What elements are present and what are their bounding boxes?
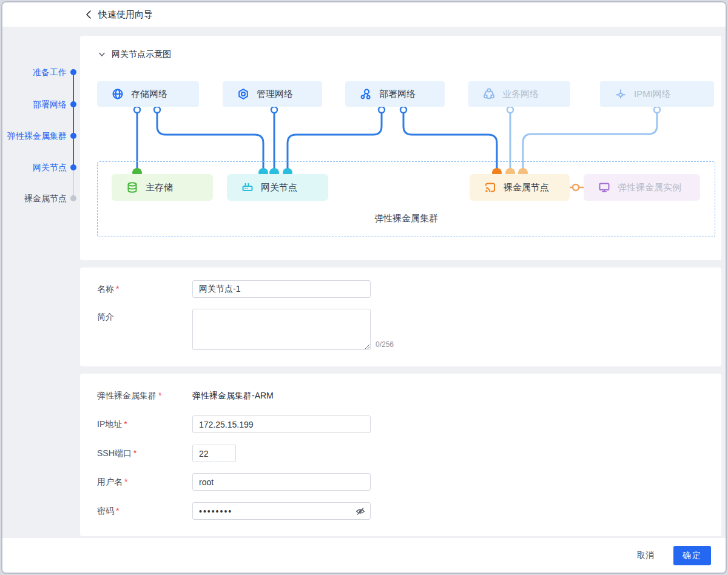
eye-off-icon[interactable]	[356, 506, 365, 516]
wizard-window: 快速使用向导 准备工作 部署网络 弹性裸金属集群 网关节点 裸金属节点 网关节点…	[1, 1, 727, 574]
cluster-label: 弹性裸金属集群	[97, 213, 715, 224]
router-icon	[241, 181, 254, 193]
wizard-stepper: 准备工作 部署网络 弹性裸金属集群 网关节点 裸金属节点	[2, 27, 80, 573]
network-box-storage[interactable]: 存储网络	[97, 81, 199, 107]
node-label: 裸金属节点	[504, 182, 549, 193]
ip-input[interactable]	[192, 415, 371, 433]
node-box-baremetal[interactable]: 裸金属节点	[470, 174, 570, 201]
page-title: 快速使用向导	[98, 9, 153, 21]
step-dot	[70, 69, 76, 75]
cluster-label: 弹性裸金属集群*	[97, 391, 192, 402]
required-asterisk: *	[158, 391, 161, 400]
name-input[interactable]	[192, 280, 371, 298]
ssh-port-input[interactable]	[192, 445, 236, 462]
network-label: 管理网络	[257, 89, 293, 100]
back-chevron-icon[interactable]	[84, 10, 93, 19]
stepper-item-cluster[interactable]: 弹性裸金属集群	[2, 130, 80, 142]
action-footer: 取消 确定	[2, 538, 726, 573]
gear-hex-icon	[237, 88, 249, 100]
node-box-instance[interactable]: 弹性裸金属实例	[584, 174, 700, 201]
step-label[interactable]: 弹性裸金属集群	[2, 130, 67, 142]
axis-icon	[615, 88, 627, 100]
step-dot	[70, 195, 76, 201]
ssh-port-label: SSH端口*	[97, 448, 192, 459]
page-header: 快速使用向导	[2, 2, 726, 27]
required-asterisk: *	[116, 284, 119, 294]
stepper-item-deploy-network[interactable]: 部署网络	[2, 98, 80, 110]
stepper-item-prepare[interactable]: 准备工作	[2, 66, 80, 78]
gateway-diagram: 存储网络 管理网络 部署网络 业务网络 I	[80, 36, 721, 260]
description-label: 简介	[97, 312, 192, 323]
stepper-line-done	[73, 72, 74, 167]
node-label: 主存储	[146, 182, 173, 193]
connection-info-card: 弹性裸金属集群* 弹性裸金属集群-ARM IP地址* SSH端口* 用户名* 密…	[80, 374, 721, 536]
diagram-card: 网关节点示意图	[80, 36, 721, 260]
step-label[interactable]: 网关节点	[2, 161, 67, 173]
monitor-icon	[598, 181, 610, 193]
name-row: 名称*	[97, 280, 371, 298]
step-dot	[70, 133, 76, 139]
network-box-ipmi[interactable]: IPMI网络	[600, 81, 714, 107]
cluster-row: 弹性裸金属集群* 弹性裸金属集群-ARM	[97, 391, 274, 402]
node-box-gateway[interactable]: 网关节点	[227, 174, 328, 201]
confirm-button[interactable]: 确定	[673, 546, 711, 565]
network-label: IPMI网络	[634, 89, 671, 100]
step-dot	[70, 164, 76, 170]
ssh-port-row: SSH端口*	[97, 445, 236, 462]
cast-icon	[484, 181, 496, 193]
cluster-value: 弹性裸金属集群-ARM	[192, 391, 274, 402]
database-icon	[126, 181, 138, 193]
network-label: 部署网络	[379, 89, 416, 100]
cycle-icon	[483, 88, 495, 100]
network-box-deployment[interactable]: 部署网络	[345, 81, 445, 107]
required-asterisk: *	[124, 477, 127, 486]
required-asterisk: *	[116, 506, 119, 516]
char-counter: 0/256	[376, 340, 394, 349]
node-box-main-storage[interactable]: 主存储	[112, 174, 213, 201]
ip-row: IP地址*	[97, 415, 371, 433]
step-dot	[70, 101, 76, 107]
nodes-icon	[360, 88, 372, 100]
basic-info-card: 名称* 简介 0/256	[80, 267, 721, 366]
node-label: 网关节点	[261, 182, 297, 193]
password-input[interactable]	[192, 502, 371, 520]
description-textarea[interactable]	[192, 309, 371, 350]
password-label: 密码*	[97, 506, 192, 517]
node-label: 弹性裸金属实例	[618, 182, 681, 193]
password-field-wrap	[192, 502, 371, 520]
password-row: 密码*	[97, 502, 371, 520]
username-label: 用户名*	[97, 477, 192, 488]
network-label: 业务网络	[502, 89, 539, 100]
step-label[interactable]: 准备工作	[2, 66, 67, 78]
name-label: 名称*	[97, 284, 192, 295]
stepper-item-gateway-node[interactable]: 网关节点	[2, 161, 80, 173]
network-box-management[interactable]: 管理网络	[223, 81, 322, 107]
globe-icon	[112, 88, 124, 100]
step-label[interactable]: 裸金属节点	[2, 192, 67, 204]
username-row: 用户名*	[97, 473, 371, 491]
username-input[interactable]	[192, 473, 371, 491]
required-asterisk: *	[124, 419, 127, 429]
description-row: 简介 0/256	[97, 309, 394, 350]
stepper-item-baremetal-node[interactable]: 裸金属节点	[2, 192, 80, 204]
ip-label: IP地址*	[97, 419, 192, 430]
network-box-business[interactable]: 业务网络	[468, 81, 570, 107]
network-label: 存储网络	[131, 89, 167, 100]
step-label[interactable]: 部署网络	[2, 98, 67, 110]
cancel-button[interactable]: 取消	[633, 550, 658, 562]
required-asterisk: *	[133, 448, 136, 458]
